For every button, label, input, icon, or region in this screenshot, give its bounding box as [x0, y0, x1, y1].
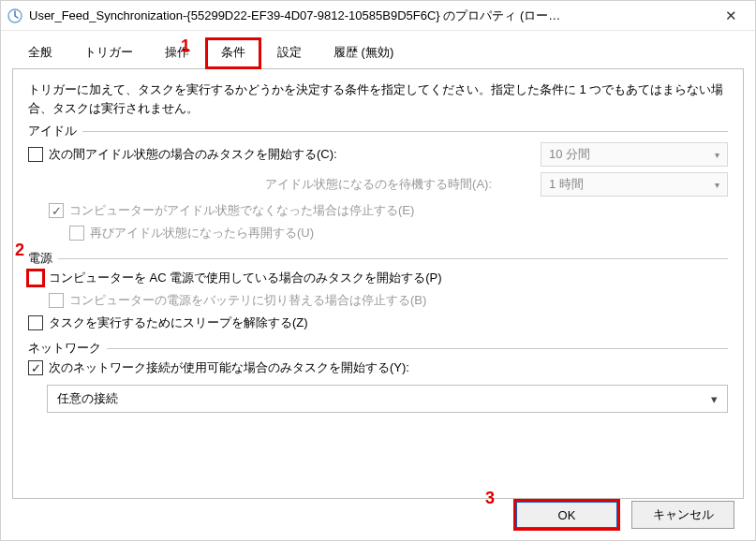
tab-strip: 全般 トリガー 操作 条件 設定 履歴 (無効)	[1, 31, 755, 68]
select-idle-duration[interactable]: 10 分間 ▾	[541, 142, 728, 167]
tab-triggers[interactable]: トリガー	[68, 37, 149, 69]
checkbox-restart-on-idle[interactable]	[69, 226, 84, 241]
chevron-down-icon: ▾	[711, 392, 718, 406]
select-network-connection-value: 任意の接続	[57, 390, 118, 407]
task-scheduler-icon	[7, 7, 23, 24]
tab-settings[interactable]: 設定	[261, 37, 318, 69]
ok-button-label: OK	[558, 508, 576, 522]
chevron-down-icon: ▾	[715, 150, 719, 160]
group-divider	[58, 258, 728, 259]
annotation-1: 1	[181, 37, 190, 56]
cancel-button-label: キャンセル	[653, 506, 714, 523]
label-idle-wait: アイドル状態になるのを待機する時間(A):	[265, 177, 492, 191]
label-start-only-ac: コンピューターを AC 電源で使用している場合のみタスクを開始する(P)	[49, 270, 442, 286]
group-divider	[107, 348, 728, 349]
chevron-down-icon: ▾	[715, 180, 719, 190]
select-idle-wait[interactable]: 1 時間 ▾	[541, 172, 728, 197]
conditions-description: トリガーに加えて、タスクを実行するかどうかを決定する条件を指定してください。指定…	[28, 80, 728, 117]
title-bar: User_Feed_Synchronization-{55299D22-EF39…	[1, 1, 755, 31]
group-idle-label: アイドル	[28, 123, 77, 139]
annotation-3: 3	[485, 489, 495, 508]
tab-history[interactable]: 履歴 (無効)	[318, 37, 409, 69]
checkbox-wake-to-run[interactable]	[28, 315, 43, 330]
label-stop-on-battery: コンピューターの電源をバッテリに切り替える場合は停止する(B)	[69, 292, 426, 309]
cancel-button[interactable]: キャンセル	[631, 501, 734, 529]
label-wake-to-run: タスクを実行するためにスリープを解除する(Z)	[49, 314, 308, 331]
label-stop-if-not-idle: コンピューターがアイドル状態でなくなった場合は停止する(E)	[69, 202, 414, 219]
checkbox-stop-on-battery[interactable]	[49, 293, 64, 308]
conditions-panel: トリガーに加えて、タスクを実行するかどうかを決定する条件を指定してください。指定…	[12, 68, 744, 499]
group-network: ネットワーク	[28, 340, 728, 357]
group-power: 電源	[28, 250, 728, 267]
checkbox-stop-if-not-idle[interactable]	[49, 203, 64, 218]
ok-button[interactable]: OK	[515, 501, 618, 529]
checkbox-start-only-ac[interactable]	[28, 270, 43, 285]
group-divider	[82, 131, 728, 132]
select-idle-duration-value: 10 分間	[549, 146, 590, 163]
select-network-connection[interactable]: 任意の接続 ▾	[47, 385, 728, 413]
tab-actions[interactable]: 操作	[149, 37, 205, 69]
checkbox-start-only-network[interactable]	[28, 360, 43, 375]
annotation-2: 2	[15, 241, 24, 260]
label-start-only-idle: 次の間アイドル状態の場合のみタスクを開始する(C):	[49, 146, 337, 163]
window-title: User_Feed_Synchronization-{55299D22-EF39…	[29, 7, 712, 24]
tab-conditions[interactable]: 条件	[205, 37, 261, 69]
checkbox-start-only-idle[interactable]	[28, 147, 43, 162]
group-power-label: 電源	[28, 250, 52, 267]
label-restart-on-idle: 再びアイドル状態になったら再開する(U)	[90, 225, 314, 241]
tab-general[interactable]: 全般	[12, 37, 68, 69]
group-idle: アイドル	[28, 123, 728, 139]
label-start-only-network: 次のネットワーク接続が使用可能な場合のみタスクを開始する(Y):	[49, 359, 409, 376]
properties-dialog: User_Feed_Synchronization-{55299D22-EF39…	[0, 0, 756, 541]
close-button[interactable]: ✕	[712, 7, 749, 24]
group-network-label: ネットワーク	[28, 340, 101, 357]
dialog-footer: OK キャンセル	[515, 501, 734, 529]
select-idle-wait-value: 1 時間	[549, 176, 584, 193]
